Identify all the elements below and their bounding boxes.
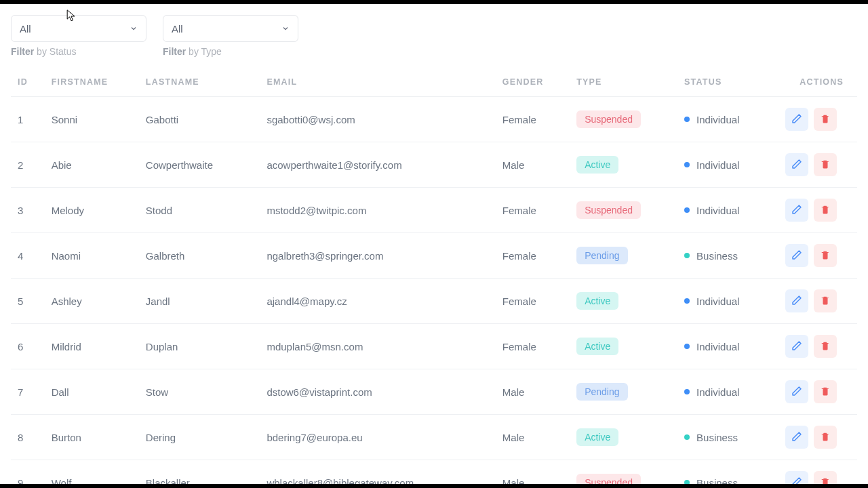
cell-type: Active (570, 415, 677, 460)
chevron-down-icon (281, 23, 290, 35)
cell-status: Individual (677, 279, 778, 324)
edit-button[interactable] (785, 199, 808, 222)
status-dot-icon (684, 344, 690, 349)
edit-icon (791, 113, 802, 126)
cell-actions (778, 324, 857, 369)
cell-gender: Male (496, 142, 570, 188)
cell-type: Suspended (570, 97, 677, 142)
col-firstname[interactable]: FIRSTNAME (45, 68, 139, 97)
status-text: Individual (696, 341, 739, 352)
cell-firstname: Abie (45, 142, 139, 188)
edit-icon (791, 340, 802, 353)
status-text: Individual (696, 205, 739, 216)
delete-button[interactable] (814, 380, 837, 403)
cell-status: Individual (677, 142, 778, 188)
trash-icon (821, 159, 830, 171)
delete-button[interactable] (814, 426, 837, 449)
trash-icon (821, 386, 830, 399)
status-text: Business (696, 432, 738, 443)
edit-button[interactable] (785, 289, 808, 312)
col-id[interactable]: ID (11, 68, 45, 97)
col-actions: ACTIONS (778, 68, 857, 97)
col-lastname[interactable]: LASTNAME (139, 68, 260, 97)
filter-status-label: Filter by Status (11, 46, 146, 57)
cell-id: 2 (11, 142, 45, 188)
trash-icon (821, 340, 830, 353)
cell-actions (778, 369, 857, 415)
cell-type: Pending (570, 233, 677, 279)
cell-email: bdering7@europa.eu (260, 415, 495, 460)
delete-button[interactable] (814, 335, 837, 358)
cell-email: mstodd2@twitpic.com (260, 188, 495, 233)
table-row: 7DallStowdstow6@vistaprint.comMalePendin… (11, 369, 857, 415)
delete-button[interactable] (814, 199, 837, 222)
status-dot-icon (684, 389, 690, 394)
status-dot-icon (684, 207, 690, 213)
cell-gender: Female (496, 97, 570, 142)
cell-gender: Male (496, 415, 570, 460)
delete-button[interactable] (814, 289, 837, 312)
delete-button[interactable] (814, 108, 837, 131)
data-table: ID FIRSTNAME LASTNAME EMAIL GENDER TYPE … (11, 68, 857, 488)
cell-lastname: Dering (139, 415, 260, 460)
edit-button[interactable] (785, 335, 808, 358)
type-badge: Active (576, 292, 618, 310)
cell-firstname: Melody (45, 188, 139, 233)
status-dot-icon (684, 434, 690, 440)
edit-icon (791, 159, 802, 171)
cell-lastname: Duplan (139, 324, 260, 369)
col-email[interactable]: EMAIL (260, 68, 495, 97)
cell-gender: Female (496, 188, 570, 233)
cell-status: Business (677, 233, 778, 279)
delete-button[interactable] (814, 244, 837, 267)
type-badge: Active (576, 156, 618, 174)
edit-button[interactable] (785, 380, 808, 403)
status-dot-icon (684, 298, 690, 304)
cell-id: 8 (11, 415, 45, 460)
cell-id: 1 (11, 97, 45, 142)
table-row: 5AshleyJandlajandl4@mapy.czFemaleActiveI… (11, 279, 857, 324)
edit-button[interactable] (785, 426, 808, 449)
status-text: Individual (696, 296, 739, 307)
cell-status: Individual (677, 324, 778, 369)
col-status[interactable]: STATUS (677, 68, 778, 97)
col-type[interactable]: TYPE (570, 68, 677, 97)
filter-status-select[interactable]: All (11, 15, 146, 42)
status-text: Business (696, 250, 738, 262)
cell-actions (778, 188, 857, 233)
cell-email: ngalbreth3@springer.com (260, 233, 495, 279)
status-text: Individual (696, 386, 739, 398)
cell-firstname: Sonni (45, 97, 139, 142)
trash-icon (821, 249, 830, 262)
cell-id: 4 (11, 233, 45, 279)
filter-status-value: All (20, 23, 31, 35)
edit-button[interactable] (785, 108, 808, 131)
delete-button[interactable] (814, 153, 837, 176)
type-badge: Active (576, 428, 618, 446)
status-dot-icon (684, 117, 690, 122)
col-gender[interactable]: GENDER (496, 68, 570, 97)
cell-lastname: Jandl (139, 279, 260, 324)
cell-gender: Female (496, 279, 570, 324)
cell-actions (778, 142, 857, 188)
table-row: 2AbieCowperthwaiteacowperthwaite1@storif… (11, 142, 857, 188)
trash-icon (821, 204, 830, 217)
cell-email: dstow6@vistaprint.com (260, 369, 495, 415)
cell-actions (778, 415, 857, 460)
cell-id: 6 (11, 324, 45, 369)
table-row: 8BurtonDeringbdering7@europa.euMaleActiv… (11, 415, 857, 460)
cell-status: Individual (677, 369, 778, 415)
cell-firstname: Ashley (45, 279, 139, 324)
cell-status: Individual (677, 188, 778, 233)
status-text: Individual (696, 114, 739, 125)
edit-button[interactable] (785, 244, 808, 267)
trash-icon (821, 295, 830, 308)
edit-button[interactable] (785, 153, 808, 176)
cell-email: mduplan5@msn.com (260, 324, 495, 369)
cell-status: Individual (677, 97, 778, 142)
cell-lastname: Galbreth (139, 233, 260, 279)
edit-icon (791, 204, 802, 217)
filter-type-select[interactable]: All (163, 15, 298, 42)
filters-row: All Filter by Status All Filter by Type (11, 15, 857, 57)
table-header: ID FIRSTNAME LASTNAME EMAIL GENDER TYPE … (11, 68, 857, 97)
